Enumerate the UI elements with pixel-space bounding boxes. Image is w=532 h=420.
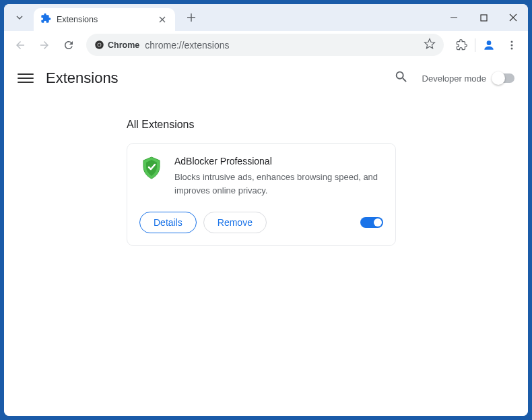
puzzle-icon bbox=[40, 13, 51, 26]
card-actions: Details Remove bbox=[139, 212, 383, 233]
svg-point-10 bbox=[487, 40, 492, 45]
extension-card: AdBlocker Professional Blocks intrusive … bbox=[127, 143, 396, 246]
page-title: Extensions bbox=[46, 69, 394, 87]
menu-button[interactable] bbox=[501, 34, 523, 56]
svg-point-13 bbox=[511, 47, 513, 49]
window-controls bbox=[439, 4, 528, 31]
url-text: chrome://extensions bbox=[145, 40, 418, 51]
new-tab-button[interactable] bbox=[182, 8, 201, 27]
svg-point-12 bbox=[511, 44, 513, 46]
card-top: AdBlocker Professional Blocks intrusive … bbox=[139, 156, 383, 197]
profile-button[interactable] bbox=[478, 34, 500, 56]
developer-mode-toggle[interactable] bbox=[493, 73, 514, 83]
site-chip-label: Chrome bbox=[108, 40, 139, 50]
toolbar: Chrome chrome://extensions bbox=[4, 31, 528, 59]
forward-button[interactable] bbox=[34, 34, 55, 56]
svg-rect-6 bbox=[481, 15, 487, 21]
developer-mode-label: Developer mode bbox=[422, 73, 486, 84]
site-chip: Chrome bbox=[94, 40, 139, 50]
extension-name: AdBlocker Professional bbox=[174, 156, 383, 167]
toolbar-right bbox=[451, 34, 523, 56]
details-button[interactable]: Details bbox=[139, 212, 197, 233]
bookmark-button[interactable] bbox=[424, 38, 436, 53]
svg-point-9 bbox=[98, 43, 100, 46]
titlebar: Extensions bbox=[4, 4, 528, 31]
page-header: Extensions Developer mode bbox=[4, 59, 528, 97]
browser-window: PC risk .com Extensions bbox=[4, 4, 528, 416]
search-extensions-button[interactable] bbox=[394, 69, 409, 87]
chrome-icon bbox=[94, 40, 104, 50]
card-body: AdBlocker Professional Blocks intrusive … bbox=[174, 156, 383, 197]
extension-description: Blocks intrusive ads, enhances browsing … bbox=[174, 171, 383, 197]
back-button[interactable] bbox=[9, 34, 31, 56]
maximize-button[interactable] bbox=[469, 4, 498, 31]
section-title: All Extensions bbox=[127, 119, 528, 131]
reload-button[interactable] bbox=[58, 34, 79, 56]
toolbar-divider bbox=[475, 38, 475, 52]
hamburger-menu-button[interactable] bbox=[18, 70, 34, 86]
shield-icon bbox=[139, 156, 164, 180]
tab-close-button[interactable] bbox=[156, 13, 168, 26]
extensions-icon-button[interactable] bbox=[451, 34, 472, 56]
minimize-button[interactable] bbox=[439, 4, 469, 31]
extension-enabled-toggle[interactable] bbox=[360, 217, 383, 228]
tab-title: Extensions bbox=[57, 15, 156, 24]
svg-point-11 bbox=[511, 40, 513, 42]
close-window-button[interactable] bbox=[498, 4, 528, 31]
browser-tab[interactable]: Extensions bbox=[34, 8, 175, 31]
address-bar[interactable]: Chrome chrome://extensions bbox=[86, 34, 444, 56]
remove-button[interactable]: Remove bbox=[203, 212, 267, 233]
page-content: Extensions Developer mode All Extensions… bbox=[4, 59, 528, 416]
tab-search-button[interactable] bbox=[11, 9, 28, 26]
